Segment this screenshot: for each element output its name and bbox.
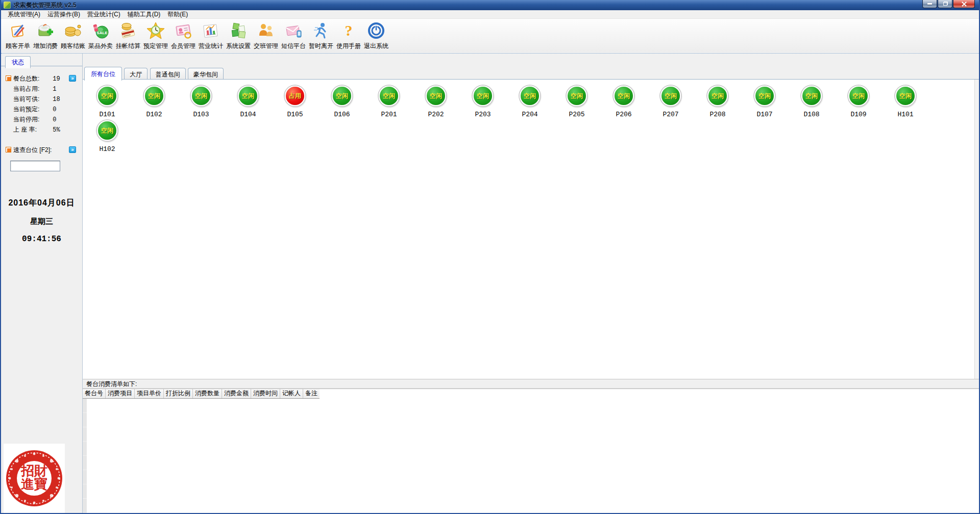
toolbar-manual-button[interactable]: ? 使用手册: [335, 20, 362, 51]
consumption-row: [83, 484, 87, 499]
column-header[interactable]: 备注: [303, 389, 320, 398]
consumption-row: [83, 442, 87, 456]
paper-cut-emblem-icon: 招財 進寶: [5, 449, 64, 508]
toolbar-exit-button[interactable]: 退出系统: [362, 20, 390, 51]
date-text: 2016年04月06日: [1, 198, 82, 209]
restore-button[interactable]: [938, 0, 952, 8]
table-light-P206[interactable]: 空闲: [614, 86, 634, 106]
menu-operations[interactable]: 运营操作(B): [44, 10, 84, 19]
table-light-D101[interactable]: 空闲: [97, 86, 117, 106]
menu-help[interactable]: 帮助(E): [164, 10, 191, 19]
quick-search-expand-button[interactable]: »: [69, 146, 76, 153]
table-cell: 空闲 D104: [225, 84, 272, 118]
table-light-D107[interactable]: 空闲: [754, 86, 775, 106]
stat-reserved: 当前预定: 0: [1, 104, 82, 114]
table-cell: 空闲 D101: [84, 84, 131, 118]
toolbar-system-settings-button[interactable]: 系统设置: [225, 20, 252, 51]
question-mark-icon: ?: [339, 21, 358, 40]
table-cell: 空闲 P204: [506, 84, 553, 118]
table-label: D109: [850, 111, 866, 118]
tab-all-tables[interactable]: 所有台位: [84, 67, 122, 81]
menu-business-stats[interactable]: 营业统计(C): [84, 10, 124, 19]
table-light-P208[interactable]: 空闲: [707, 86, 728, 106]
table-cell: 空闲 P207: [647, 84, 694, 118]
menu-tools[interactable]: 辅助工具(D): [124, 10, 164, 19]
clock: 2016年04月06日 星期三 09:41:56: [1, 198, 82, 244]
close-button[interactable]: [953, 0, 975, 8]
consumption-row: [83, 413, 87, 427]
svg-text:?: ?: [345, 22, 353, 39]
credit-card-coins-icon: [118, 21, 138, 40]
consumption-row: [83, 499, 87, 513]
table-light-D104[interactable]: 空闲: [238, 86, 258, 106]
consumption-row: [83, 427, 87, 442]
table-light-P205[interactable]: 空闲: [567, 86, 587, 106]
table-cell: 空闲 P203: [459, 84, 506, 118]
table-light-D103[interactable]: 空闲: [191, 86, 211, 106]
table-label: P206: [616, 111, 631, 118]
column-header[interactable]: 消费数量: [193, 389, 222, 398]
menu-system[interactable]: 系统管理(A): [4, 10, 44, 19]
consumption-row: [83, 470, 87, 484]
table-light-H101[interactable]: 空闲: [895, 86, 916, 106]
minimize-button[interactable]: [922, 0, 937, 8]
table-label: H101: [897, 111, 913, 118]
table-light-H102[interactable]: 空闲: [97, 120, 117, 141]
consumption-row: [83, 513, 87, 513]
window-title: 求索餐饮管理系统 v2.5: [14, 1, 77, 10]
table-stats: 餐台总数: 19 » 当前占用: 1 当前可供: 18 当前预定: 0 当前: [1, 73, 82, 135]
toolbar-business-stats-button[interactable]: 营业统计: [197, 20, 225, 51]
table-light-D108[interactable]: 空闲: [801, 86, 822, 106]
toolbar-sms-button[interactable]: 短信平台: [280, 20, 307, 51]
column-header[interactable]: 打折比例: [164, 389, 193, 398]
time-text: 09:41:56: [1, 235, 82, 244]
status-sidebar: 状态 餐台总数: 19 » 当前占用: 1 当前可供: 18: [1, 54, 83, 513]
toolbar-reservation-button[interactable]: 预定管理: [142, 20, 169, 51]
table-light-P203[interactable]: 空闲: [473, 86, 493, 106]
stamp-text-top: 招財: [20, 464, 47, 478]
stamp-text-bottom: 進寶: [21, 477, 47, 492]
table-label: P208: [709, 111, 725, 118]
column-header[interactable]: 项目单价: [135, 389, 164, 398]
toolbar-away-button[interactable]: 暂时离开: [307, 20, 335, 51]
column-header[interactable]: 消费项目: [106, 389, 135, 398]
quick-search-section: 速查台位 [F2]: »: [1, 145, 82, 155]
table-light-P202[interactable]: 空闲: [426, 86, 446, 106]
toolbar-add-consumption-button[interactable]: 增加消费: [32, 20, 59, 51]
toolbar-member-button[interactable]: 会员管理: [169, 20, 197, 51]
table-light-D102[interactable]: 空闲: [144, 86, 164, 106]
table-light-D109[interactable]: 空闲: [848, 86, 869, 106]
main-panel: 所有台位 大厅 普通包间 豪华包间 空闲 D101 空闲 D102 空闲 D10…: [83, 54, 979, 513]
toolbar-takeout-button[interactable]: SALE特价 菜品外卖: [87, 20, 114, 51]
column-header[interactable]: 记帐人: [280, 389, 303, 398]
column-header[interactable]: 餐台号: [83, 389, 106, 398]
stat-total-tables: 餐台总数: 19 »: [1, 73, 82, 84]
tables-area: 空闲 D101 空闲 D102 空闲 D103 空闲 D104 占用 D105 …: [83, 79, 979, 379]
table-light-D105[interactable]: 占用: [285, 86, 305, 106]
column-header[interactable]: 消费金额: [222, 389, 251, 398]
quick-search-input[interactable]: [10, 161, 60, 171]
table-light-P201[interactable]: 空闲: [379, 86, 399, 106]
vertical-scrollbar[interactable]: [974, 80, 979, 379]
toolbar-credit-settle-button[interactable]: 挂帐结算: [114, 20, 142, 51]
column-header[interactable]: 消费时间: [251, 389, 280, 398]
toolbar-shift-button[interactable]: 交班管理: [252, 20, 280, 51]
consumption-title: 餐台消费清单如下:: [83, 379, 979, 389]
table-light-D106[interactable]: 空闲: [332, 86, 352, 106]
stats-expand-button[interactable]: »: [69, 75, 76, 82]
table-light-P204[interactable]: 空闲: [520, 86, 540, 106]
away-runner-icon: [311, 21, 331, 40]
bar-chart-icon: [201, 21, 220, 40]
table-cell: 占用 D105: [272, 84, 318, 118]
toolbar-checkout-button[interactable]: 顾客结账: [59, 20, 87, 51]
minimize-icon: [927, 3, 932, 5]
quick-search-label: 速查台位 [F2]:: [13, 146, 52, 153]
toolbar-open-order-button[interactable]: 顾客开单: [4, 20, 32, 51]
weekday-text: 星期三: [1, 217, 82, 226]
table-light-P207[interactable]: 空闲: [660, 86, 681, 106]
table-cell: 空闲 D103: [178, 84, 225, 118]
table-label: P205: [569, 111, 584, 118]
svg-text:SALE: SALE: [96, 31, 108, 35]
sidebar-tab-status[interactable]: 状态: [5, 56, 31, 68]
table-cell: 空闲 H101: [882, 84, 929, 118]
